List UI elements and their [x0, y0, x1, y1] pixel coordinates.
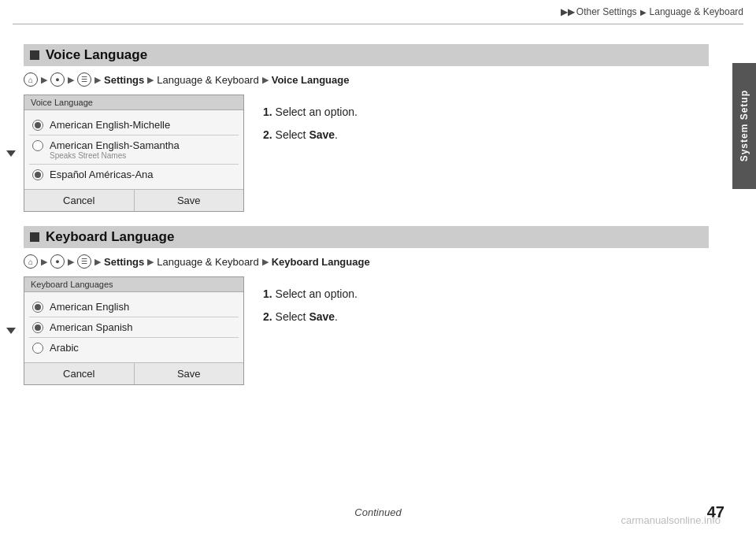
voice-option-3-label: Español Américas-Ana [50, 169, 154, 180]
kb-option-3[interactable]: Arabic [24, 338, 243, 358]
kb-instruction-1: 1. Select an option. [263, 284, 358, 304]
kb-cancel-button[interactable]: Cancel [24, 363, 135, 384]
kb-nav-arrow2: ▶ [68, 257, 74, 267]
voice-instruction-2-text: Select Save. [276, 128, 338, 141]
voice-instruction-1-text: Select an option. [276, 106, 358, 118]
voice-language-section: Voice Language ⌂ ▶ ● ▶ ☰ ▶ Settings ▶ La… [24, 44, 709, 212]
keyboard-language-screenshot: Keyboard Languages American English [24, 276, 244, 385]
kb-screenshot-title: Keyboard Languages [24, 277, 243, 292]
kb-nav-arrow3: ▶ [94, 257, 101, 267]
menu-icon-kb: ☰ [77, 254, 91, 269]
keyboard-language-instructions: 1. Select an option. 2. Select Save. [263, 276, 358, 330]
voice-language-nav-bold: Settings [104, 74, 144, 86]
voice-option-2-sublabel: Speaks Street Names [50, 151, 180, 160]
kb-instruction-2-text: Select Save. [276, 310, 338, 323]
scroll-down-arrow-kb [6, 328, 16, 334]
voice-language-screenshot: Voice Language American English-Michelle [24, 95, 244, 212]
scroll-down-arrow-voice [6, 150, 16, 157]
kb-instruction-2-num: 2. [263, 310, 272, 323]
kb-option-2[interactable]: American Spanish [24, 317, 243, 337]
breadcrumb-arrow1: ▶ [640, 8, 647, 17]
sidebar-label: System Setup [739, 90, 750, 161]
voice-instruction-1: 1. Select an option. [263, 102, 358, 122]
nav-arrow1: ▶ [41, 75, 47, 85]
kb-nav-arrow1: ▶ [41, 257, 47, 267]
kb-nav-text1: Language & Keyboard [157, 256, 258, 268]
keyboard-language-nav-path: ⌂ ▶ ● ▶ ☰ ▶ Settings ▶ Language & Keyboa… [24, 254, 709, 269]
radio-circle-voice-3 [32, 169, 43, 180]
kb-option-1-label: American English [50, 301, 129, 313]
voice-save-button[interactable]: Save [135, 190, 244, 211]
voice-language-nav-text1: Language & Keyboard [157, 74, 258, 86]
voice-option-1[interactable]: American English-Michelle [24, 115, 243, 135]
keyboard-language-section: Keyboard Language ⌂ ▶ ● ▶ ☰ ▶ Settings ▶… [24, 226, 709, 385]
radio-circle-voice-2 [32, 140, 43, 151]
nav-arrow4: ▶ [147, 75, 154, 85]
kb-option-2-label: American Spanish [50, 321, 133, 333]
kb-screenshot-footer: Cancel Save [24, 362, 243, 384]
circle-icon-kb: ● [50, 254, 65, 269]
voice-language-instructions: 1. Select an option. 2. Select Save. [263, 95, 358, 148]
breadcrumb-part1: Other Settings [576, 6, 637, 17]
kb-instruction-2: 2. Select Save. [263, 307, 358, 327]
voice-screenshot-title: Voice Language [24, 95, 243, 110]
voice-option-2-label: American English-Samantha [50, 139, 180, 151]
breadcrumb-part2: Language & Keyboard [650, 6, 743, 17]
kb-save-button[interactable]: Save [135, 363, 244, 384]
breadcrumb: ▶▶ Other Settings ▶ Language & Keyboard [561, 6, 743, 17]
radio-circle-kb-2 [32, 322, 43, 333]
voice-language-title: Voice Language [46, 47, 147, 63]
voice-instruction-1-num: 1. [263, 106, 272, 118]
nav-arrow5: ▶ [262, 75, 269, 85]
nav-arrow2: ▶ [68, 75, 74, 85]
kb-option-1[interactable]: American English [24, 297, 243, 317]
breadcrumb-prefix: ▶▶ [561, 6, 575, 17]
keyboard-language-header: Keyboard Language [24, 226, 709, 248]
kb-screenshot-body: American English American Spanish [24, 292, 243, 384]
voice-option-1-label: American English-Michelle [50, 119, 170, 131]
continued-label: Continued [354, 506, 401, 518]
radio-circle-voice-1 [32, 120, 43, 131]
top-divider [13, 24, 743, 24]
kb-nav-arrow5: ▶ [262, 257, 269, 267]
voice-language-nav-path: ⌂ ▶ ● ▶ ☰ ▶ Settings ▶ Language & Keyboa… [24, 72, 709, 87]
kb-nav-text2: Keyboard Language [272, 256, 370, 268]
kb-nav-arrow4: ▶ [147, 257, 154, 267]
radio-circle-kb-1 [32, 302, 43, 313]
voice-option-3[interactable]: Español Américas-Ana [24, 165, 243, 184]
kb-option-3-label: Arabic [50, 342, 79, 354]
kb-instruction-1-num: 1. [263, 287, 272, 300]
header-square-icon [30, 50, 39, 60]
circle-icon1: ● [50, 72, 65, 87]
voice-option-2[interactable]: American English-Samantha Speaks Street … [24, 135, 243, 164]
home-icon-kb: ⌂ [24, 254, 38, 269]
header-square-icon-kb [30, 232, 39, 242]
voice-language-nav-text2: Voice Language [272, 74, 350, 86]
kb-nav-bold1: Settings [104, 256, 144, 268]
voice-screenshot-footer: Cancel Save [24, 189, 243, 211]
keyboard-language-title: Keyboard Language [46, 229, 174, 245]
kb-scroll-indicator [6, 328, 16, 334]
voice-instruction-2-num: 2. [263, 128, 272, 141]
menu-icon1: ☰ [77, 72, 91, 87]
voice-instruction-2: 2. Select Save. [263, 125, 358, 145]
nav-arrow3: ▶ [94, 75, 101, 85]
radio-circle-kb-3 [32, 343, 43, 354]
voice-cancel-button[interactable]: Cancel [24, 190, 135, 211]
system-setup-sidebar: System Setup [732, 63, 756, 189]
kb-instruction-1-text: Select an option. [276, 287, 358, 300]
main-content: Voice Language ⌂ ▶ ● ▶ ☰ ▶ Settings ▶ La… [24, 32, 709, 487]
voice-scroll-indicator [6, 150, 16, 157]
voice-language-header: Voice Language [24, 44, 709, 66]
watermark: carmanualsonline.info [621, 514, 721, 526]
voice-screenshot-body: American English-Michelle American Engli… [24, 110, 243, 211]
home-icon: ⌂ [24, 72, 38, 87]
